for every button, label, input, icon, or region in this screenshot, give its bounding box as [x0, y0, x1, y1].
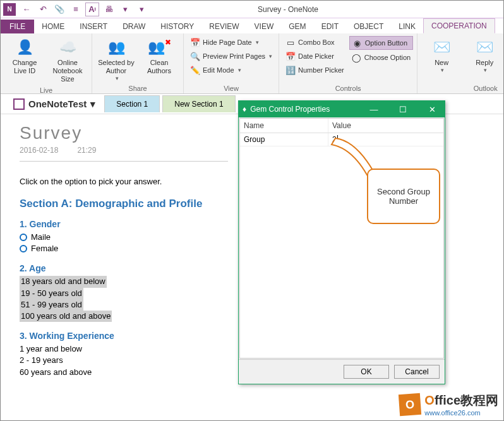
- reply-button[interactable]: ✉️Reply: [464, 36, 504, 75]
- date-icon: 📅: [285, 51, 296, 61]
- new-mail-button[interactable]: ✉️New: [421, 36, 462, 75]
- group-label: Share: [96, 83, 179, 93]
- tab-cooperation[interactable]: COOPERATION: [423, 18, 495, 33]
- change-live-id-button[interactable]: 👤Change Live ID: [4, 36, 45, 76]
- reply-icon: ✉️: [474, 37, 495, 57]
- prop-name: Group: [240, 133, 328, 146]
- user-icon: 👤: [15, 37, 35, 57]
- group-label: Outlook: [421, 83, 504, 93]
- group-outlook: ✉️New ✉️Reply 📋Field ⚑Tasks Outlook: [417, 33, 504, 93]
- tab-insert[interactable]: INSERT: [72, 20, 115, 33]
- undo-icon[interactable]: ↶: [36, 3, 50, 16]
- watermark-url: www.office26.com: [424, 409, 498, 417]
- hide-page-date-button[interactable]: 📅Hide Page Date: [188, 36, 275, 49]
- section-tab-1[interactable]: Section 1: [104, 95, 160, 112]
- col-value: Value: [328, 119, 443, 133]
- preview-print-button[interactable]: 🔍Preview Print Pages: [188, 50, 275, 62]
- tab-view[interactable]: VIEW: [247, 20, 282, 33]
- watermark: O Office教程网 www.office26.com: [399, 392, 498, 417]
- list-icon[interactable]: ≡: [69, 3, 83, 16]
- calendar-icon: 📅: [190, 37, 200, 47]
- notebook-icon: [13, 98, 25, 110]
- callout-text: Second Group Number: [368, 187, 439, 206]
- group-view: 📅Hide Page Date 🔍Preview Print Pages ✏️E…: [184, 33, 279, 93]
- group-label: Live: [4, 85, 88, 95]
- pencil-icon: ✏️: [190, 65, 200, 75]
- tab-link[interactable]: LINK: [391, 20, 423, 33]
- number-picker-button[interactable]: 🔢Number Picker: [283, 64, 347, 76]
- close-button[interactable]: ✕: [419, 105, 445, 114]
- ribbon-tabs: FILE HOME INSERT DRAW HISTORY REVIEW VIE…: [1, 18, 503, 33]
- date-picker-button[interactable]: 📅Date Picker: [283, 50, 347, 62]
- dialog-titlebar[interactable]: ♦ Gem Control Properties — ☐ ✕: [239, 101, 445, 117]
- tab-object[interactable]: OBJECT: [346, 20, 391, 33]
- combo-icon: ▭: [285, 37, 296, 47]
- radio-icon[interactable]: [20, 245, 27, 252]
- doc-icon[interactable]: ▾: [118, 3, 132, 16]
- combo-box-button[interactable]: ▭Combo Box: [283, 36, 347, 49]
- a-icon[interactable]: AI: [85, 3, 99, 16]
- ribbon: 👤Change Live ID ☁️Online Notebook Size L…: [1, 33, 503, 94]
- callout-bubble: Second Group Number: [367, 169, 440, 224]
- group-share: 👥Selected by Author 👥✖Clean Authors Shar…: [92, 33, 184, 93]
- edit-mode-button[interactable]: ✏️Edit Mode: [188, 64, 275, 76]
- window-title: Survey - OneNote: [148, 5, 428, 14]
- quick-access-toolbar: ← ↶ 📎 ≡ AI 🖶 ▾ ▾: [20, 3, 148, 16]
- tab-draw[interactable]: DRAW: [115, 20, 153, 33]
- group-label: View: [188, 83, 275, 93]
- section-tab-2[interactable]: New Section 1: [162, 95, 235, 112]
- mail-icon: ✉️: [431, 37, 452, 57]
- col-name: Name: [240, 119, 328, 133]
- author-icon: 👥: [106, 37, 126, 57]
- tab-gem[interactable]: GEM: [281, 20, 313, 33]
- minimize-button[interactable]: —: [361, 105, 387, 114]
- page-time: 21:29: [77, 146, 96, 155]
- page-date: 2016-02-18: [20, 146, 58, 155]
- maximize-button[interactable]: ☐: [390, 105, 416, 114]
- group-label: Controls: [283, 83, 413, 93]
- selected-by-author-button[interactable]: 👥Selected by Author: [96, 36, 136, 83]
- tab-home[interactable]: HOME: [34, 20, 72, 33]
- tab-file[interactable]: FILE: [1, 20, 34, 33]
- choose-icon: ◯: [352, 52, 362, 62]
- radio-icon: ◉: [352, 38, 363, 48]
- choose-option-button[interactable]: ◯Choose Option: [349, 51, 413, 64]
- tab-history[interactable]: HISTORY: [153, 20, 201, 33]
- number-icon: 🔢: [285, 65, 296, 75]
- group-live: 👤Change Live ID ☁️Online Notebook Size L…: [1, 33, 92, 93]
- cancel-button[interactable]: Cancel: [394, 365, 440, 379]
- tab-edit[interactable]: EDIT: [314, 20, 346, 33]
- clean-icon: 👥✖: [149, 37, 169, 57]
- cloud-icon: ☁️: [57, 37, 78, 57]
- page-icon[interactable]: ▾: [135, 3, 148, 16]
- ok-button[interactable]: OK: [344, 365, 389, 379]
- watermark-logo: O: [399, 393, 421, 415]
- notebook-title[interactable]: OneNoteTest ▾: [7, 96, 102, 112]
- title-bar: N ← ↶ 📎 ≡ AI 🖶 ▾ ▾ Survey - OneNote: [1, 1, 503, 18]
- print-icon[interactable]: 🖶: [102, 3, 116, 16]
- preview-icon: 🔍: [190, 51, 200, 61]
- clean-authors-button[interactable]: 👥✖Clean Authors: [139, 36, 179, 76]
- notebook-size-button[interactable]: ☁️Online Notebook Size: [47, 36, 88, 85]
- tab-review[interactable]: REVIEW: [201, 20, 246, 33]
- gem-icon: ♦: [243, 105, 246, 114]
- radio-icon[interactable]: [20, 234, 27, 241]
- option-button-button[interactable]: ◉Option Button: [349, 36, 413, 50]
- back-icon[interactable]: ←: [20, 3, 33, 16]
- group-controls: ▭Combo Box 📅Date Picker 🔢Number Picker ◉…: [279, 33, 417, 93]
- dialog-title: Gem Control Properties: [250, 105, 330, 114]
- onenote-icon: N: [3, 3, 16, 16]
- attach-icon[interactable]: 📎: [52, 3, 66, 16]
